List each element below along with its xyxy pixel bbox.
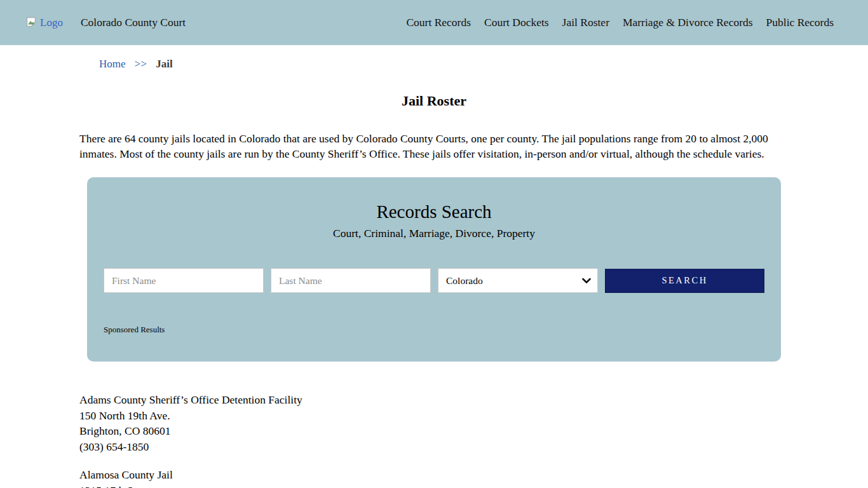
nav-court-dockets[interactable]: Court Dockets [484, 16, 549, 29]
jail-name: Alamosa County Jail [79, 467, 868, 483]
jail-address: 150 North 19th Ave. [79, 408, 868, 424]
first-name-input[interactable] [104, 268, 264, 293]
state-select-wrap: Colorado [438, 268, 598, 293]
main-content: Home >> Jail Jail Roster There are 64 co… [0, 58, 868, 488]
page-title: Jail Roster [0, 93, 868, 109]
nav-marriage-divorce-records[interactable]: Marriage & Divorce Records [623, 16, 753, 29]
search-title: Records Search [104, 201, 764, 222]
jail-city: Brighton, CO 80601 [79, 423, 868, 439]
broken-image-icon [25, 17, 38, 29]
breadcrumb-home-link[interactable]: Home [99, 58, 126, 70]
search-form-row: Colorado SEARCH [104, 268, 764, 293]
last-name-input[interactable] [271, 268, 431, 293]
intro-paragraph: There are 64 county jails located in Col… [79, 131, 790, 161]
search-button[interactable]: SEARCH [605, 269, 764, 293]
main-nav: Court Records Court Dockets Jail Roster … [406, 16, 834, 29]
jail-listing: Alamosa County Jail 1315 17th St [79, 467, 868, 488]
nav-jail-roster[interactable]: Jail Roster [562, 16, 609, 29]
state-select[interactable]: Colorado [438, 268, 598, 293]
breadcrumb-current: Jail [156, 58, 172, 70]
search-subtitle: Court, Criminal, Marriage, Divorce, Prop… [104, 227, 764, 240]
jail-name: Adams County Sheriff’s Office Detention … [79, 392, 868, 408]
logo-alt-text: Logo [40, 17, 63, 29]
jail-listing: Adams County Sheriff’s Office Detention … [79, 392, 868, 454]
site-header: Logo Colorado County Court Court Records… [0, 0, 868, 45]
breadcrumb: Home >> Jail [99, 58, 868, 71]
jail-address: 1315 17th St [79, 483, 868, 488]
nav-court-records[interactable]: Court Records [406, 16, 471, 29]
sponsored-results-label: Sponsored Results [104, 325, 764, 335]
jail-phone: (303) 654-1850 [79, 439, 868, 455]
nav-public-records[interactable]: Public Records [766, 16, 834, 29]
breadcrumb-separator: >> [135, 58, 147, 70]
jail-list: Adams County Sheriff’s Office Detention … [79, 392, 868, 488]
records-search-panel: Records Search Court, Criminal, Marriage… [87, 177, 781, 362]
logo-link[interactable]: Logo [25, 17, 63, 29]
site-title: Colorado County Court [81, 16, 186, 29]
